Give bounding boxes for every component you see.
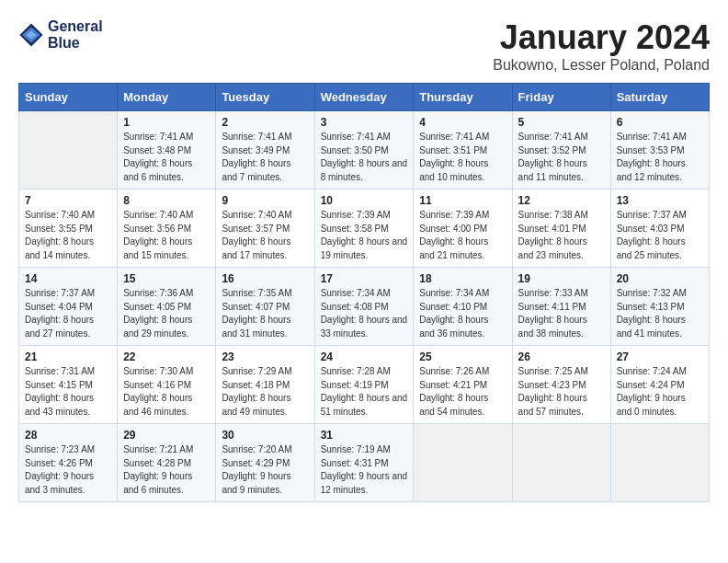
day-number: 15 [123, 272, 210, 285]
calendar-cell: 4Sunrise: 7:41 AM Sunset: 3:51 PM Daylig… [414, 111, 512, 190]
calendar-cell: 3Sunrise: 7:41 AM Sunset: 3:50 PM Daylig… [314, 111, 414, 190]
calendar-cell: 2Sunrise: 7:41 AM Sunset: 3:49 PM Daylig… [216, 111, 314, 190]
weekday-header-wednesday: Wednesday [314, 84, 414, 111]
calendar-table: SundayMondayTuesdayWednesdayThursdayFrid… [18, 83, 710, 502]
day-info: Sunrise: 7:37 AM Sunset: 4:04 PM Dayligh… [25, 287, 111, 340]
calendar-cell: 1Sunrise: 7:41 AM Sunset: 3:48 PM Daylig… [118, 111, 216, 190]
calendar-cell: 5Sunrise: 7:41 AM Sunset: 3:52 PM Daylig… [512, 111, 610, 190]
calendar-week-row: 21Sunrise: 7:31 AM Sunset: 4:15 PM Dayli… [19, 346, 710, 424]
calendar-cell: 28Sunrise: 7:23 AM Sunset: 4:26 PM Dayli… [19, 424, 118, 502]
day-number: 1 [123, 116, 210, 129]
calendar-cell: 22Sunrise: 7:30 AM Sunset: 4:16 PM Dayli… [118, 346, 216, 424]
day-number: 22 [123, 350, 210, 363]
day-number: 11 [419, 194, 506, 207]
logo: General Blue [18, 18, 103, 52]
calendar-cell: 16Sunrise: 7:35 AM Sunset: 4:07 PM Dayli… [216, 268, 314, 346]
weekday-header-monday: Monday [118, 84, 216, 111]
calendar-cell: 26Sunrise: 7:25 AM Sunset: 4:23 PM Dayli… [512, 346, 610, 424]
day-info: Sunrise: 7:34 AM Sunset: 4:08 PM Dayligh… [321, 287, 408, 340]
calendar-cell: 23Sunrise: 7:29 AM Sunset: 4:18 PM Dayli… [216, 346, 314, 424]
day-info: Sunrise: 7:38 AM Sunset: 4:01 PM Dayligh… [518, 209, 605, 262]
day-number: 19 [518, 272, 605, 285]
calendar-cell: 27Sunrise: 7:24 AM Sunset: 4:24 PM Dayli… [610, 346, 709, 424]
logo-icon [18, 22, 44, 48]
calendar-cell: 15Sunrise: 7:36 AM Sunset: 4:05 PM Dayli… [118, 268, 216, 346]
day-info: Sunrise: 7:35 AM Sunset: 4:07 PM Dayligh… [222, 287, 308, 340]
day-info: Sunrise: 7:40 AM Sunset: 3:55 PM Dayligh… [25, 209, 111, 262]
day-info: Sunrise: 7:37 AM Sunset: 4:03 PM Dayligh… [617, 209, 703, 262]
day-number: 29 [123, 429, 210, 442]
calendar-cell: 30Sunrise: 7:20 AM Sunset: 4:29 PM Dayli… [216, 424, 314, 502]
calendar-cell: 13Sunrise: 7:37 AM Sunset: 4:03 PM Dayli… [610, 190, 709, 268]
calendar-cell: 8Sunrise: 7:40 AM Sunset: 3:56 PM Daylig… [118, 190, 216, 268]
calendar-week-row: 1Sunrise: 7:41 AM Sunset: 3:48 PM Daylig… [19, 111, 710, 190]
weekday-header-tuesday: Tuesday [216, 84, 314, 111]
calendar-week-row: 7Sunrise: 7:40 AM Sunset: 3:55 PM Daylig… [19, 190, 710, 268]
calendar-cell: 21Sunrise: 7:31 AM Sunset: 4:15 PM Dayli… [19, 346, 118, 424]
day-info: Sunrise: 7:32 AM Sunset: 4:13 PM Dayligh… [617, 287, 703, 340]
day-number: 6 [617, 116, 703, 129]
day-info: Sunrise: 7:21 AM Sunset: 4:28 PM Dayligh… [123, 443, 210, 497]
day-number: 3 [321, 116, 408, 129]
calendar-cell [19, 111, 118, 190]
day-info: Sunrise: 7:41 AM Sunset: 3:53 PM Dayligh… [617, 131, 703, 184]
day-number: 23 [222, 350, 308, 363]
day-number: 7 [25, 194, 111, 207]
calendar-cell: 11Sunrise: 7:39 AM Sunset: 4:00 PM Dayli… [414, 190, 512, 268]
day-info: Sunrise: 7:29 AM Sunset: 4:18 PM Dayligh… [222, 365, 308, 419]
calendar-cell: 10Sunrise: 7:39 AM Sunset: 3:58 PM Dayli… [314, 190, 414, 268]
day-info: Sunrise: 7:20 AM Sunset: 4:29 PM Dayligh… [222, 443, 308, 497]
day-info: Sunrise: 7:39 AM Sunset: 4:00 PM Dayligh… [419, 209, 506, 262]
month-title: January 2024 [493, 18, 710, 57]
day-number: 14 [25, 272, 111, 285]
location-title: Bukowno, Lesser Poland, Poland [493, 57, 710, 74]
day-number: 26 [518, 350, 605, 363]
day-number: 21 [25, 350, 111, 363]
day-info: Sunrise: 7:41 AM Sunset: 3:51 PM Dayligh… [419, 131, 506, 184]
day-number: 31 [321, 429, 408, 442]
day-info: Sunrise: 7:34 AM Sunset: 4:10 PM Dayligh… [419, 287, 506, 340]
day-info: Sunrise: 7:19 AM Sunset: 4:31 PM Dayligh… [321, 443, 408, 497]
day-info: Sunrise: 7:40 AM Sunset: 3:56 PM Dayligh… [123, 209, 210, 262]
calendar-cell: 6Sunrise: 7:41 AM Sunset: 3:53 PM Daylig… [610, 111, 709, 190]
day-info: Sunrise: 7:31 AM Sunset: 4:15 PM Dayligh… [25, 365, 111, 419]
day-info: Sunrise: 7:36 AM Sunset: 4:05 PM Dayligh… [123, 287, 210, 340]
day-number: 10 [321, 194, 408, 207]
day-info: Sunrise: 7:25 AM Sunset: 4:23 PM Dayligh… [518, 365, 605, 419]
calendar-cell: 29Sunrise: 7:21 AM Sunset: 4:28 PM Dayli… [118, 424, 216, 502]
weekday-header-friday: Friday [512, 84, 610, 111]
day-info: Sunrise: 7:30 AM Sunset: 4:16 PM Dayligh… [123, 365, 210, 419]
day-number: 2 [222, 116, 308, 129]
calendar-cell: 18Sunrise: 7:34 AM Sunset: 4:10 PM Dayli… [414, 268, 512, 346]
day-number: 12 [518, 194, 605, 207]
calendar-week-row: 14Sunrise: 7:37 AM Sunset: 4:04 PM Dayli… [19, 268, 710, 346]
calendar-cell: 9Sunrise: 7:40 AM Sunset: 3:57 PM Daylig… [216, 190, 314, 268]
logo-text: General Blue [48, 18, 103, 52]
day-info: Sunrise: 7:41 AM Sunset: 3:52 PM Dayligh… [518, 131, 605, 184]
calendar-cell: 20Sunrise: 7:32 AM Sunset: 4:13 PM Dayli… [610, 268, 709, 346]
day-number: 18 [419, 272, 506, 285]
calendar-cell: 12Sunrise: 7:38 AM Sunset: 4:01 PM Dayli… [512, 190, 610, 268]
day-info: Sunrise: 7:40 AM Sunset: 3:57 PM Dayligh… [222, 209, 308, 262]
calendar-cell: 17Sunrise: 7:34 AM Sunset: 4:08 PM Dayli… [314, 268, 414, 346]
day-info: Sunrise: 7:39 AM Sunset: 3:58 PM Dayligh… [321, 209, 408, 262]
calendar-cell: 31Sunrise: 7:19 AM Sunset: 4:31 PM Dayli… [314, 424, 414, 502]
calendar-cell [610, 424, 709, 502]
calendar-cell [414, 424, 512, 502]
calendar-cell: 25Sunrise: 7:26 AM Sunset: 4:21 PM Dayli… [414, 346, 512, 424]
day-number: 20 [617, 272, 703, 285]
day-number: 9 [222, 194, 308, 207]
calendar-week-row: 28Sunrise: 7:23 AM Sunset: 4:26 PM Dayli… [19, 424, 710, 502]
day-number: 24 [321, 350, 408, 363]
day-number: 13 [617, 194, 703, 207]
day-number: 28 [25, 429, 111, 442]
weekday-header-sunday: Sunday [19, 84, 118, 111]
day-info: Sunrise: 7:41 AM Sunset: 3:48 PM Dayligh… [123, 131, 210, 184]
day-number: 4 [419, 116, 506, 129]
day-info: Sunrise: 7:26 AM Sunset: 4:21 PM Dayligh… [419, 365, 506, 419]
day-info: Sunrise: 7:33 AM Sunset: 4:11 PM Dayligh… [518, 287, 605, 340]
calendar-cell: 19Sunrise: 7:33 AM Sunset: 4:11 PM Dayli… [512, 268, 610, 346]
day-number: 17 [321, 272, 408, 285]
weekday-header-saturday: Saturday [610, 84, 709, 111]
day-number: 8 [123, 194, 210, 207]
